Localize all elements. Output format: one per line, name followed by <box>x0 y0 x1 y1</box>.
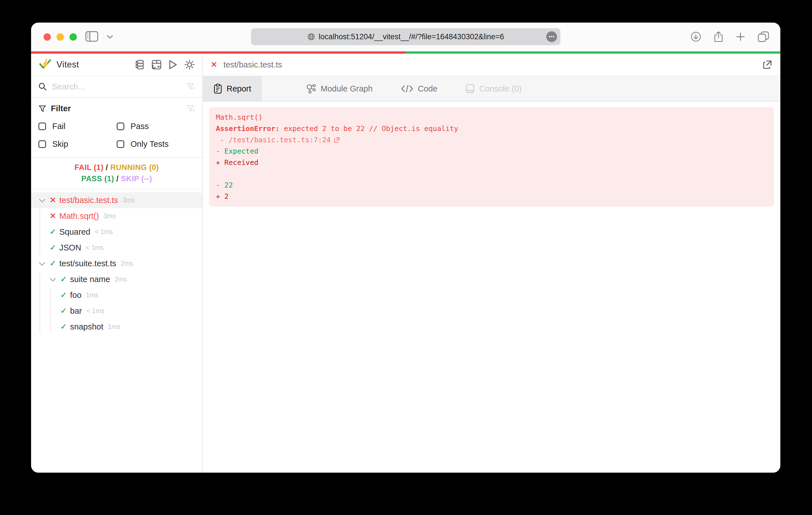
app-title: Vitest <box>57 60 79 70</box>
tab-console[interactable]: Console (0) <box>455 76 532 101</box>
test-summary: FAIL (1) / RUNNING (0) PASS (1) / SKIP (… <box>31 158 202 189</box>
minimize-window-button[interactable] <box>57 33 64 41</box>
test-name: JSON <box>59 243 81 252</box>
skip-checkbox[interactable] <box>38 140 46 148</box>
diff-expected-label: - Expected <box>216 146 767 157</box>
open-in-editor-icon[interactable] <box>762 60 773 70</box>
zoom-window-button[interactable] <box>69 33 77 41</box>
tree-row[interactable]: ✓test/suite.test.ts2ms <box>31 255 202 271</box>
test-duration: 3ms <box>123 196 135 204</box>
chevron-down-icon[interactable] <box>107 35 113 39</box>
share-icon[interactable] <box>714 31 723 42</box>
clear-filters-icon[interactable] <box>186 104 195 113</box>
pass-checkbox[interactable] <box>117 123 124 130</box>
theme-toggle-icon[interactable] <box>184 59 195 70</box>
tree-row[interactable]: ✓bar< 1ms <box>31 303 202 319</box>
test-tree: ✕test/basic.test.ts3ms✕Math.sqrt()3ms✓Sq… <box>31 189 202 473</box>
error-message: AssertionError: expected 2 to be 22 // O… <box>216 123 767 134</box>
test-name: foo <box>70 291 81 300</box>
run-all-icon[interactable] <box>168 60 177 70</box>
skip-count: SKIP (--) <box>121 175 152 183</box>
new-tab-icon[interactable] <box>736 32 745 41</box>
tab-overview-icon[interactable] <box>758 31 769 42</box>
test-duration: < 1ms <box>86 307 104 315</box>
console-icon <box>466 84 475 93</box>
test-duration: 1ms <box>108 323 120 331</box>
fail-label: Fail <box>52 122 65 131</box>
clear-search-filter-icon[interactable] <box>186 83 195 91</box>
list-tree-icon[interactable] <box>135 60 145 70</box>
page-settings-button[interactable]: ••• <box>546 31 557 42</box>
pass-icon: ✓ <box>58 322 69 331</box>
url-text: localhost:51204/__vitest__/#/?file=16484… <box>319 32 504 41</box>
search-bar <box>31 76 202 98</box>
view-tabs: Report Module Graph Code <box>203 76 780 102</box>
pass-icon: ✓ <box>48 227 58 236</box>
progress-pass-segment <box>406 51 780 54</box>
progress-fail-segment <box>31 51 406 54</box>
only-tests-checkbox[interactable] <box>117 140 124 148</box>
fail-checkbox[interactable] <box>38 123 46 130</box>
error-file-link[interactable]: - /test/basic.test.ts:7:24 <box>216 134 767 146</box>
chevron-down-icon[interactable] <box>37 198 48 203</box>
filter-option-pass: Pass <box>117 122 195 131</box>
test-name: Squared <box>59 227 90 237</box>
pass-count: PASS (1) <box>81 175 114 183</box>
tab-report-label: Report <box>227 84 251 93</box>
test-duration: < 1ms <box>86 244 104 251</box>
browser-window: localhost:51204/__vitest__/#/?file=16484… <box>31 23 780 473</box>
blank-line <box>216 168 767 180</box>
toolbar-divider <box>103 32 103 42</box>
filter-section: Filter Fail Pass <box>31 98 202 158</box>
chevron-down-icon[interactable] <box>48 277 58 281</box>
close-window-button[interactable] <box>44 33 51 41</box>
report-view: Math.sqrt()AssertionError: expected 2 to… <box>203 102 780 473</box>
globe-icon <box>308 33 315 41</box>
filter-icon <box>38 105 46 113</box>
chevron-down-icon[interactable] <box>37 261 48 266</box>
dashboard-icon[interactable] <box>151 60 162 70</box>
diff-received-label: + Received <box>216 157 767 168</box>
test-name: bar <box>70 306 82 316</box>
downloads-icon[interactable] <box>691 31 701 42</box>
pass-label: Pass <box>130 122 149 131</box>
tab-code[interactable]: Code <box>390 76 448 101</box>
filter-option-fail: Fail <box>38 122 117 131</box>
test-duration: 3ms <box>104 212 116 220</box>
running-count: RUNNING (0) <box>110 163 159 172</box>
test-duration: 2ms <box>115 276 127 283</box>
tree-row[interactable]: ✓Squared< 1ms <box>31 224 202 240</box>
test-duration: 2ms <box>121 260 133 267</box>
only-tests-label: Only Tests <box>130 140 169 149</box>
tree-row[interactable]: ✓foo1ms <box>31 287 202 303</box>
pass-icon: ✓ <box>58 306 69 315</box>
pass-icon: ✓ <box>48 259 58 268</box>
tab-module-graph-label: Module Graph <box>321 84 373 93</box>
pass-icon: ✓ <box>48 243 58 252</box>
test-duration: < 1ms <box>95 228 113 236</box>
summary-separator: / <box>114 175 121 183</box>
tree-row[interactable]: ✕Math.sqrt()3ms <box>31 208 202 224</box>
skip-label: Skip <box>52 140 68 149</box>
main-panel: ✕ test/basic.test.ts Report Mod <box>203 54 780 473</box>
report-icon <box>213 84 222 94</box>
open-file-name: test/basic.test.ts <box>224 60 282 69</box>
window-controls <box>44 33 77 41</box>
sidebar-toggle-icon[interactable] <box>85 31 98 42</box>
test-name: test/basic.test.ts <box>59 196 118 205</box>
search-input[interactable] <box>52 82 181 91</box>
browser-toolbar: localhost:51204/__vitest__/#/?file=16484… <box>31 23 780 51</box>
tab-report[interactable]: Report <box>203 76 262 101</box>
tab-module-graph[interactable]: Module Graph <box>295 76 383 101</box>
sidebar-header: Vitest <box>31 54 202 76</box>
fail-icon: ✕ <box>211 60 217 69</box>
tree-row[interactable]: ✓suite name2ms <box>31 271 202 287</box>
fail-count: FAIL (1) <box>75 163 104 172</box>
address-bar[interactable]: localhost:51204/__vitest__/#/?file=16484… <box>251 28 560 45</box>
tree-row[interactable]: ✓JSON< 1ms <box>31 240 202 255</box>
search-icon <box>38 83 47 91</box>
module-graph-icon <box>306 84 316 94</box>
tree-row[interactable]: ✕test/basic.test.ts3ms <box>31 192 202 208</box>
tree-row[interactable]: ✓snapshot1ms <box>31 319 202 335</box>
test-name: snapshot <box>70 322 104 331</box>
